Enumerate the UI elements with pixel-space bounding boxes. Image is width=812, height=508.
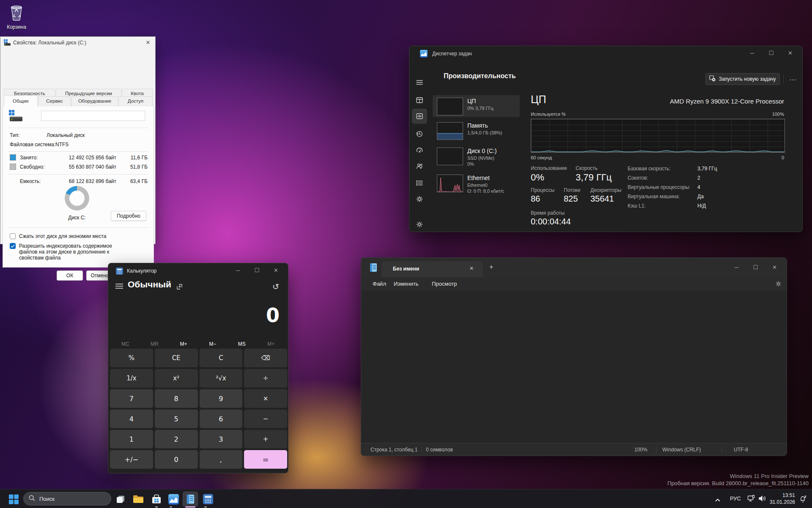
calculator-mode[interactable]: Обычный	[128, 279, 171, 290]
subtract-key[interactable]: −	[244, 410, 287, 428]
tab-sharing[interactable]: Доступ	[118, 96, 153, 107]
volume-icon[interactable]	[758, 495, 766, 504]
recycle-bin[interactable]: Корзина	[3, 3, 30, 30]
divide-key[interactable]: ÷	[244, 369, 287, 388]
memory-card[interactable]: Память 1,5/4,0 ГБ (38%)	[433, 120, 520, 142]
memory-store-button[interactable]: MS	[227, 339, 256, 349]
task-manager-taskbar-button[interactable]	[166, 492, 181, 507]
clear-key[interactable]: C	[200, 349, 243, 367]
reciprocal-key[interactable]: 1/x	[110, 369, 153, 388]
tab-general[interactable]: Общие	[4, 96, 38, 106]
menu-icon[interactable]	[412, 75, 427, 90]
details-button[interactable]: Подробно	[111, 211, 146, 221]
tab-tools[interactable]: Сервис	[38, 96, 71, 107]
compress-checkbox-label: Сжать этот диск для экономии места	[19, 233, 146, 239]
memory-subtract-button[interactable]: M−	[198, 339, 227, 349]
search-box[interactable]: Поиск	[23, 492, 111, 505]
key-9[interactable]: 9	[200, 389, 243, 408]
memory-flyout-button[interactable]: M˅	[256, 339, 285, 349]
services-icon[interactable]	[412, 191, 427, 207]
file-explorer-button[interactable]	[131, 492, 146, 507]
square-root-key[interactable]: ²√x	[200, 369, 243, 388]
tab-hardware[interactable]: Оборудование	[71, 96, 118, 107]
notepad-settings-gear-icon[interactable]	[775, 280, 782, 289]
encoding[interactable]: UTF-8	[734, 447, 748, 453]
line-ending[interactable]: Windows (CRLF)	[662, 447, 701, 453]
key-0[interactable]: 0	[155, 450, 198, 469]
notepad-titlebar[interactable]: Без имени ✕ + ─ ☐ ✕	[361, 258, 787, 277]
square-key[interactable]: x²	[155, 369, 198, 388]
notepad-tab[interactable]: Без имени ✕	[381, 261, 483, 277]
new-tab-icon[interactable]: +	[489, 263, 493, 271]
performance-icon[interactable]	[412, 109, 427, 124]
task-manager-titlebar[interactable]: Диспетчер задач ─ ☐ ✕	[409, 46, 802, 61]
history-icon[interactable]: ↺	[272, 282, 279, 292]
calculator-display: 0	[266, 304, 280, 327]
ok-button[interactable]: ОК	[57, 270, 83, 281]
notepad-taskbar-button[interactable]	[183, 492, 198, 507]
memory-clear-button[interactable]: MC	[111, 339, 140, 349]
disk-card[interactable]: Диск 0 (C:) SSD (NVMe) 0%	[433, 145, 520, 169]
key-2[interactable]: 2	[155, 430, 198, 448]
key-6[interactable]: 6	[200, 410, 243, 428]
key-1[interactable]: 1	[110, 430, 153, 448]
tab-close-icon[interactable]: ✕	[469, 265, 474, 271]
close-icon[interactable]: ✕	[143, 38, 153, 47]
dialog-titlebar[interactable]: Свойства: Локальный диск (C:) ✕	[0, 37, 155, 49]
input-language[interactable]: РУС	[730, 495, 741, 502]
key-3[interactable]: 3	[200, 430, 243, 448]
cpu-card[interactable]: ЦП 0% 3,79 ГГц	[433, 95, 520, 117]
notepad-text-area[interactable]	[362, 291, 786, 443]
processes-icon[interactable]	[412, 93, 427, 108]
minimize-icon[interactable]: ─	[228, 263, 247, 278]
zoom-level[interactable]: 100%	[634, 447, 647, 453]
keep-on-top-icon[interactable]	[176, 283, 183, 292]
compress-checkbox[interactable]	[10, 233, 16, 239]
add-key[interactable]: +	[244, 430, 287, 448]
memory-add-button[interactable]: M+	[169, 339, 198, 349]
network-icon[interactable]	[747, 495, 755, 504]
maximize-icon[interactable]: ☐	[746, 260, 765, 275]
users-icon[interactable]	[412, 158, 427, 174]
multiply-key[interactable]: ×	[244, 389, 287, 408]
backspace-key[interactable]: ⌫	[244, 349, 287, 367]
negate-key[interactable]: +/−	[110, 450, 153, 469]
close-icon[interactable]: ✕	[781, 46, 800, 60]
index-checkbox[interactable]	[10, 243, 16, 249]
key-4[interactable]: 4	[110, 410, 153, 428]
startup-apps-icon[interactable]	[412, 142, 427, 158]
decimal-key[interactable]: ,	[200, 450, 243, 469]
menu-file[interactable]: Файл	[373, 281, 386, 287]
percent-key[interactable]: %	[110, 349, 153, 367]
volume-name-input[interactable]	[41, 111, 145, 121]
clear-entry-key[interactable]: CE	[155, 349, 198, 367]
memory-recall-button[interactable]: MR	[140, 339, 169, 349]
menu-edit[interactable]: Изменить	[394, 281, 419, 287]
ethernet-card[interactable]: Ethernet Ethernet0 О: 0 П: 8,0 кбит/с	[433, 172, 520, 196]
task-view-button[interactable]	[113, 492, 128, 507]
microsoft-store-button[interactable]	[149, 492, 164, 507]
equals-key[interactable]: =	[244, 450, 287, 469]
maximize-icon[interactable]: ☐	[762, 46, 781, 60]
menu-view[interactable]: Просмотр	[432, 281, 457, 287]
details-icon[interactable]	[412, 175, 427, 191]
notification-bell-icon[interactable]	[799, 495, 807, 504]
close-icon[interactable]: ✕	[266, 263, 285, 278]
start-button[interactable]	[6, 492, 21, 507]
tab-title: Без имени	[393, 266, 419, 272]
minimize-icon[interactable]: ─	[743, 46, 762, 60]
more-options-button[interactable]: ...	[787, 73, 799, 85]
key-5[interactable]: 5	[155, 410, 198, 428]
run-new-task-button[interactable]: Запустить новую задачу	[705, 73, 780, 85]
key-7[interactable]: 7	[110, 389, 153, 408]
taskbar-clock[interactable]: 13:51 31.01.2026	[770, 492, 795, 505]
settings-gear-icon[interactable]	[412, 217, 427, 232]
minimize-icon[interactable]: ─	[727, 260, 746, 275]
calculator-taskbar-button[interactable]	[200, 492, 216, 507]
app-history-icon[interactable]	[412, 126, 427, 142]
close-icon[interactable]: ✕	[765, 260, 784, 275]
maximize-icon[interactable]: ☐	[247, 263, 266, 278]
hidden-icons-chevron[interactable]	[715, 496, 721, 504]
key-8[interactable]: 8	[155, 389, 198, 408]
calculator-menu-icon[interactable]	[115, 283, 123, 291]
